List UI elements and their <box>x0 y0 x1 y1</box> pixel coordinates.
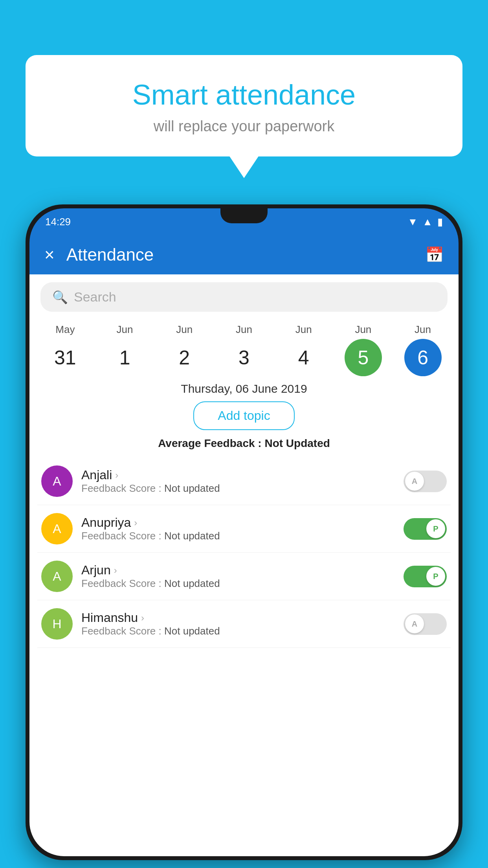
toggle-thumb: A <box>405 614 424 633</box>
calendar-day[interactable]: May31 <box>40 324 91 376</box>
feedback-score: Feedback Score : Not updated <box>81 577 395 590</box>
cal-date-number[interactable]: 6 <box>404 339 442 376</box>
avatar: H <box>41 608 73 640</box>
add-topic-button[interactable]: Add topic <box>193 401 294 430</box>
screen-content: 🔍 Search May31Jun1Jun2Jun3Jun4Jun5Jun6 T… <box>29 274 459 856</box>
subtext: will replace your paperwork <box>45 118 443 135</box>
attendance-toggle[interactable]: A <box>404 613 447 635</box>
calendar-day[interactable]: Jun3 <box>218 324 270 376</box>
avg-feedback-value: Not Updated <box>264 437 330 449</box>
student-name: Anupriya › <box>81 515 395 530</box>
attendance-toggle[interactable]: A <box>404 471 447 492</box>
status-icons: ▼ ▲ ▮ <box>408 216 443 228</box>
cal-date-number[interactable]: 31 <box>46 339 84 376</box>
calendar-day[interactable]: Jun1 <box>99 324 150 376</box>
toggle-thumb: P <box>426 519 445 538</box>
student-info: Anjali ›Feedback Score : Not updated <box>81 468 395 495</box>
cal-date-number[interactable]: 2 <box>166 339 203 376</box>
student-item[interactable]: AArjun ›Feedback Score : Not updatedP <box>37 553 451 600</box>
search-icon: 🔍 <box>52 290 68 305</box>
chevron-icon: › <box>141 612 144 623</box>
feedback-score: Feedback Score : Not updated <box>81 482 395 495</box>
student-info: Arjun ›Feedback Score : Not updated <box>81 563 395 590</box>
avg-feedback: Average Feedback : Not Updated <box>29 437 459 450</box>
avatar: A <box>41 513 73 544</box>
cal-month-label: Jun <box>415 324 431 336</box>
student-item[interactable]: HHimanshu ›Feedback Score : Not updatedA <box>37 600 451 648</box>
avg-feedback-label: Average Feedback : <box>158 437 264 449</box>
speech-bubble-container: Smart attendance will replace your paper… <box>26 55 462 156</box>
cal-month-label: Jun <box>355 324 371 336</box>
student-item[interactable]: AAnjali ›Feedback Score : Not updatedA <box>37 458 451 505</box>
student-info: Himanshu ›Feedback Score : Not updated <box>81 611 395 637</box>
feedback-score: Feedback Score : Not updated <box>81 530 395 542</box>
close-button[interactable]: × <box>44 245 55 265</box>
cal-date-number[interactable]: 5 <box>345 339 382 376</box>
date-display: Thursday, 06 June 2019 <box>29 378 459 401</box>
app-bar: × Attendance 📅 <box>29 235 459 274</box>
student-name: Anjali › <box>81 468 395 482</box>
search-input-wrap[interactable]: 🔍 Search <box>40 282 448 312</box>
toggle-thumb: P <box>426 567 445 586</box>
student-list: AAnjali ›Feedback Score : Not updatedAAA… <box>29 458 459 648</box>
speech-bubble: Smart attendance will replace your paper… <box>26 55 462 156</box>
calendar-day[interactable]: Jun5 <box>338 324 389 376</box>
phone-frame: 14:29 ▼ ▲ ▮ × Attendance 📅 🔍 Search <box>26 204 462 860</box>
calendar-day[interactable]: Jun2 <box>159 324 210 376</box>
cal-date-number[interactable]: 3 <box>225 339 262 376</box>
attendance-toggle[interactable]: P <box>404 566 447 587</box>
student-item[interactable]: AAnupriya ›Feedback Score : Not updatedP <box>37 505 451 553</box>
calendar-strip: May31Jun1Jun2Jun3Jun4Jun5Jun6 <box>29 320 459 378</box>
toggle-thumb: A <box>405 472 424 491</box>
search-bar: 🔍 Search <box>29 274 459 320</box>
avatar: A <box>41 465 73 497</box>
chevron-icon: › <box>114 565 117 576</box>
calendar-icon[interactable]: 📅 <box>425 246 444 263</box>
calendar-day[interactable]: Jun6 <box>397 324 448 376</box>
cal-month-label: Jun <box>236 324 252 336</box>
cal-month-label: Jun <box>295 324 312 336</box>
search-placeholder: Search <box>74 289 116 305</box>
app-title: Attendance <box>66 245 425 265</box>
student-name: Himanshu › <box>81 611 395 625</box>
student-info: Anupriya ›Feedback Score : Not updated <box>81 515 395 542</box>
cal-date-number[interactable]: 1 <box>106 339 143 376</box>
feedback-score: Feedback Score : Not updated <box>81 625 395 637</box>
phone-inner: 14:29 ▼ ▲ ▮ × Attendance 📅 🔍 Search <box>29 208 459 856</box>
chevron-icon: › <box>134 517 137 528</box>
avatar: A <box>41 561 73 592</box>
cal-month-label: May <box>55 324 75 336</box>
student-name: Arjun › <box>81 563 395 577</box>
phone-notch <box>220 208 268 223</box>
wifi-icon: ▼ <box>408 216 418 228</box>
cal-month-label: Jun <box>117 324 133 336</box>
attendance-toggle[interactable]: P <box>404 518 447 540</box>
cal-month-label: Jun <box>176 324 193 336</box>
chevron-icon: › <box>115 470 118 481</box>
battery-icon: ▮ <box>437 216 443 228</box>
cal-date-number[interactable]: 4 <box>285 339 322 376</box>
signal-icon: ▲ <box>422 216 433 228</box>
status-time: 14:29 <box>45 216 71 228</box>
calendar-day[interactable]: Jun4 <box>278 324 329 376</box>
headline: Smart attendance <box>45 79 443 111</box>
